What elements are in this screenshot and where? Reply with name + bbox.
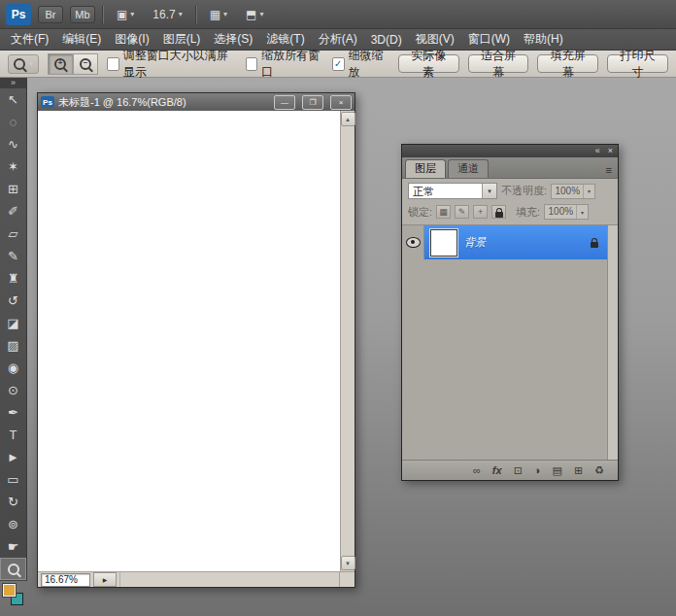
scroll-up-icon[interactable]: ▲ xyxy=(341,112,355,126)
blend-mode-select[interactable]: 正常 ▾ xyxy=(408,183,497,199)
menu-edit[interactable]: 编辑(E) xyxy=(55,29,108,50)
vertical-scrollbar[interactable]: ▲ ▼ xyxy=(340,111,355,571)
lock-transparency-icon[interactable]: ▦ xyxy=(436,205,451,219)
blur-tool[interactable]: ◉ xyxy=(0,357,26,379)
clone-stamp-tool[interactable]: ♜ xyxy=(0,267,26,290)
quick-selection-tool[interactable]: ✶ xyxy=(0,155,26,178)
scrubby-zoom-label: 细微缩放 xyxy=(349,48,389,81)
document-icon: Ps xyxy=(41,96,54,108)
chevron-down-icon: ▾ xyxy=(482,184,496,198)
lock-all-icon[interactable] xyxy=(491,205,506,219)
gradient-tool[interactable]: ▨ xyxy=(0,334,26,357)
resize-windows-checkbox[interactable]: 调整窗口大小以满屏显示 xyxy=(107,48,237,81)
elliptical-marquee-tool[interactable]: ◌ xyxy=(0,111,26,133)
zoom-tool-icon xyxy=(8,564,19,575)
layer-mask-icon[interactable]: ⊡ xyxy=(514,464,523,477)
photoshop-logo-icon: Ps xyxy=(6,4,31,25)
hand-tool[interactable]: ☛ xyxy=(0,535,26,558)
canvas[interactable] xyxy=(38,111,340,571)
close-button[interactable]: × xyxy=(330,95,352,110)
adjustment-layer-icon[interactable]: ◑ xyxy=(534,464,541,476)
brush-tool[interactable]: ✎ xyxy=(0,245,26,267)
bridge-button[interactable]: Br xyxy=(38,6,63,23)
zoom-level-control[interactable]: 16.7 ▾ xyxy=(147,5,187,24)
zoom-all-windows-checkbox[interactable]: 缩放所有窗口 xyxy=(246,48,323,81)
healing-brush-tool[interactable]: ▱ xyxy=(0,222,26,245)
fill-screen-button[interactable]: 填充屏幕 xyxy=(537,54,598,73)
layer-effects-icon[interactable]: fx xyxy=(492,464,502,476)
scroll-down-icon[interactable]: ▼ xyxy=(341,556,355,570)
zoom-out-button[interactable]: − xyxy=(73,53,98,75)
history-brush-tool[interactable]: ↺ xyxy=(0,290,26,312)
eyedropper-tool[interactable]: ✐ xyxy=(0,200,26,222)
lock-paint-icon[interactable]: ✎ xyxy=(455,205,469,219)
lasso-tool[interactable]: ∿ xyxy=(0,133,26,155)
chevron-down-icon: ▾ xyxy=(130,10,134,18)
zoom-level-value: 16.7 xyxy=(152,8,175,21)
layer-row-background[interactable]: 背景 xyxy=(402,225,607,259)
print-size-button[interactable]: 打印尺寸 xyxy=(607,54,668,73)
zoom-percentage-input[interactable]: 16.67% xyxy=(41,573,90,587)
padlock-icon xyxy=(495,212,503,218)
divider xyxy=(195,6,197,23)
type-tool[interactable]: T xyxy=(0,424,26,446)
fit-screen-button[interactable]: 适合屏幕 xyxy=(468,54,529,73)
visibility-toggle[interactable] xyxy=(402,225,424,259)
chevron-down-icon: ▾ xyxy=(583,185,594,198)
lock-label: 锁定: xyxy=(408,205,432,220)
delete-layer-icon[interactable]: ♻ xyxy=(594,464,604,477)
panel-menu-icon[interactable]: ≡ xyxy=(606,164,615,178)
tab-channels[interactable]: 通道 xyxy=(448,159,489,178)
layer-thumbnail[interactable] xyxy=(430,229,457,257)
document-title-bar[interactable]: Ps 未标题-1 @ 16.7%(RGB/8) — ❐ × xyxy=(38,93,355,111)
zoom-out-icon: − xyxy=(80,58,91,70)
panel-tabs: 图层 通道 ≡ xyxy=(402,157,618,179)
scrubby-zoom-checkbox[interactable]: ✓ 细微缩放 xyxy=(332,48,389,81)
new-layer-icon[interactable]: ⊞ xyxy=(574,464,583,477)
restore-button[interactable]: ❐ xyxy=(302,95,323,110)
zoom-tool[interactable] xyxy=(0,558,26,580)
fill-input[interactable]: 100% ▾ xyxy=(544,204,589,220)
move-tool[interactable]: ↖ xyxy=(0,88,26,111)
panel-close-icon[interactable]: × xyxy=(608,147,613,155)
minimize-button[interactable]: — xyxy=(274,95,295,110)
screen-mode-control[interactable]: ⬒ ▾ xyxy=(240,6,269,23)
panel-collapse-icon[interactable]: « xyxy=(595,147,600,155)
opacity-value: 100% xyxy=(552,185,583,198)
blend-opacity-row: 正常 ▾ 不透明度: 100% ▾ xyxy=(402,179,618,200)
lock-position-icon[interactable]: + xyxy=(473,205,488,219)
layer-name: 背景 xyxy=(464,235,591,250)
link-layers-icon[interactable]: ∞ xyxy=(473,464,481,476)
layer-list: 背景 xyxy=(402,224,618,460)
foreground-color-swatch[interactable] xyxy=(3,584,16,597)
menu-file[interactable]: 文件(F) xyxy=(4,29,55,50)
tab-layers[interactable]: 图层 xyxy=(405,159,446,178)
resize-grip[interactable] xyxy=(339,572,355,587)
path-selection-tool[interactable]: ► xyxy=(0,446,26,468)
3d-rotate-tool[interactable]: ↻ xyxy=(0,491,26,513)
opacity-input[interactable]: 100% ▾ xyxy=(551,184,595,199)
workspace-canvas-area: » ↖ ◌ ∿ ✶ ⊞ ✐ ▱ ✎ ♜ ↺ ◪ ▨ ◉ ⊙ ✒ T ► ▭ ↻ … xyxy=(0,78,676,616)
3d-orbit-tool[interactable]: ⊚ xyxy=(0,513,26,535)
chevron-down-icon: ▾ xyxy=(179,10,183,18)
horizontal-scrollbar[interactable] xyxy=(119,572,336,587)
eraser-tool[interactable]: ◪ xyxy=(0,312,26,334)
view-extras-control[interactable]: ▣ ▾ xyxy=(111,6,140,23)
zoom-in-button[interactable]: + xyxy=(48,53,73,75)
pen-tool[interactable]: ✒ xyxy=(0,401,26,424)
panel-scrollbar[interactable] xyxy=(607,225,618,460)
tool-preset-control[interactable]: ▾ xyxy=(8,54,39,74)
layer-group-icon[interactable]: ▤ xyxy=(553,464,562,477)
rectangle-tool[interactable]: ▭ xyxy=(0,468,26,491)
actual-pixels-button[interactable]: 实际像素 xyxy=(398,54,459,73)
arrange-documents-control[interactable]: ▦ ▾ xyxy=(204,6,233,23)
checkbox-icon xyxy=(107,57,119,71)
crop-tool[interactable]: ⊞ xyxy=(0,178,26,200)
zoom-in-icon: + xyxy=(54,58,66,70)
minibridge-button[interactable]: Mb xyxy=(70,6,95,23)
dodge-tool[interactable]: ⊙ xyxy=(0,379,26,401)
fill-value: 100% xyxy=(545,205,576,219)
lock-fill-row: 锁定: ▦ ✎ + 填充: 100% ▾ xyxy=(402,200,618,221)
toolbox-collapse-icon[interactable]: » xyxy=(0,78,26,88)
status-options-button[interactable]: ▶ xyxy=(93,572,117,587)
